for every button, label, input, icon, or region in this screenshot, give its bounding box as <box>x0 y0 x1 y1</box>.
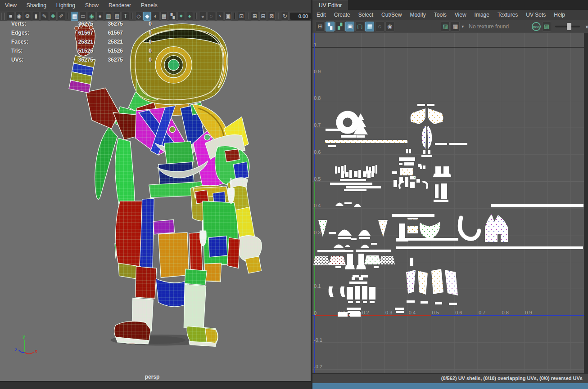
checkered-grid-icon[interactable]: ▦ <box>365 22 374 31</box>
grease-pencil-icon[interactable]: ✎ <box>41 12 48 21</box>
uv-shell[interactable] <box>410 182 415 188</box>
uv-shell[interactable] <box>491 204 583 207</box>
uv-shell[interactable] <box>392 171 397 174</box>
uv-shell[interactable] <box>363 301 367 303</box>
uv-shell[interactable] <box>449 303 457 305</box>
lighting-icon[interactable]: ✶ <box>177 12 185 21</box>
uv-shell[interactable] <box>354 171 357 177</box>
toolbar-grip[interactable] <box>1 13 5 20</box>
grid-toggle-icon[interactable]: ▦ <box>71 12 78 21</box>
perspective-viewport[interactable]: yzx Verts:36275362750Edges:61567615670Fa… <box>0 21 311 381</box>
uv-shell[interactable] <box>441 183 447 199</box>
shaded-sphere-icon[interactable]: ● <box>186 12 194 21</box>
uv-shell[interactable] <box>406 270 416 294</box>
shaded-cube-icon[interactable]: ◆ <box>143 12 151 21</box>
uv-shell[interactable] <box>317 250 353 252</box>
selected-display-icon[interactable]: ▣ <box>224 12 232 21</box>
uv-shell[interactable] <box>407 218 418 219</box>
uv-shell[interactable] <box>399 182 403 188</box>
uv-shell[interactable] <box>341 171 344 178</box>
uv-menu-cut-sew[interactable]: Cut/Sew <box>377 12 406 18</box>
slider-handle[interactable] <box>567 23 571 30</box>
rgb-channel-button[interactable]: RGB <box>532 22 541 31</box>
uv-shell[interactable] <box>325 140 407 143</box>
viewport-menu-shading[interactable]: Shading <box>22 2 51 9</box>
export-icon[interactable]: ⊠ <box>268 12 276 21</box>
uv-shell[interactable] <box>395 308 404 310</box>
image-dim-slider[interactable] <box>555 26 580 27</box>
uv-shell[interactable] <box>378 220 388 237</box>
uv-shell[interactable] <box>431 269 443 294</box>
uv-shell[interactable] <box>349 170 352 178</box>
uv-shell[interactable] <box>358 170 361 178</box>
border-thin-icon[interactable]: ▢ <box>355 22 364 31</box>
uv-shell[interactable] <box>370 301 375 303</box>
copy-icon[interactable]: ⊞ <box>251 12 258 21</box>
uv-shell[interactable] <box>400 168 413 175</box>
uv-shell[interactable] <box>396 238 458 241</box>
uv-shell[interactable] <box>344 189 366 191</box>
uv-shell[interactable] <box>329 232 336 234</box>
uv-shell[interactable] <box>435 302 442 304</box>
uv-canvas[interactable]: 10.90.80.70.60.50.40.30.20.10-0.1-0.20.1… <box>312 33 588 373</box>
checker-icon[interactable]: ▚ <box>169 12 176 21</box>
uv-menu-modify[interactable]: Modify <box>406 12 430 18</box>
film-gate-icon[interactable]: ▭ <box>79 12 87 21</box>
uv-tile-view-icon[interactable]: ⊞ <box>316 22 325 31</box>
uv-shell[interactable] <box>374 266 379 268</box>
viewport-menu-lighting[interactable]: Lighting <box>51 2 80 9</box>
camera-icon[interactable]: ■ <box>7 12 14 21</box>
uv-shell[interactable] <box>399 157 415 161</box>
uv-shell[interactable] <box>338 230 352 236</box>
uv-shell[interactable] <box>346 186 381 188</box>
uv-shell[interactable] <box>396 246 583 249</box>
uv-shell[interactable] <box>399 163 403 165</box>
uv-shell[interactable] <box>418 271 428 295</box>
uv-shell[interactable] <box>422 126 426 149</box>
uv-shell[interactable] <box>349 282 367 284</box>
uv-shell[interactable] <box>345 172 348 177</box>
uv-shell[interactable] <box>354 204 361 207</box>
image-display-icon[interactable]: ▨ <box>542 22 551 31</box>
uv-shell[interactable] <box>356 250 391 252</box>
uv-shell[interactable] <box>367 170 371 178</box>
viewport-menu-panels[interactable]: Panels <box>136 2 163 9</box>
field-chart-icon[interactable]: ▥ <box>105 12 113 21</box>
uv-shell[interactable] <box>345 265 355 269</box>
uv-shell[interactable] <box>421 301 428 304</box>
uv-shell[interactable] <box>347 287 353 300</box>
uv-shell[interactable] <box>423 165 425 169</box>
uv-shell[interactable] <box>460 218 479 239</box>
half-shade-sphere-icon[interactable]: ◐ <box>152 12 159 21</box>
uv-menu-select[interactable]: Select <box>354 12 377 18</box>
ao-icon[interactable]: ◌ <box>208 12 215 21</box>
uv-shell[interactable] <box>344 202 352 204</box>
uv-shell[interactable] <box>423 150 425 154</box>
uv-shell[interactable] <box>427 104 434 106</box>
uv-menu-uv-sets[interactable]: UV Sets <box>522 12 550 18</box>
uv-shell[interactable] <box>435 143 447 145</box>
camera-settings-icon[interactable]: ⚙ <box>24 12 32 21</box>
uv-shell[interactable] <box>428 150 430 154</box>
uv-shell[interactable] <box>421 155 432 157</box>
uv-shell[interactable] <box>407 300 415 303</box>
uv-shell[interactable] <box>410 176 416 179</box>
texture-image-icon[interactable]: ▨ <box>441 22 450 31</box>
uv-shell[interactable] <box>356 301 360 303</box>
uv-shell[interactable] <box>338 312 348 317</box>
uv-shell[interactable] <box>347 254 353 265</box>
uv-shell[interactable] <box>420 222 440 238</box>
uv-shell[interactable] <box>352 277 355 280</box>
uv-shell[interactable] <box>329 286 334 297</box>
uv-shell[interactable] <box>351 238 357 240</box>
resolution-gate-icon[interactable]: ◉ <box>88 12 95 21</box>
motion-blur-icon[interactable]: ◔ <box>216 12 224 21</box>
distortion-icon[interactable]: ◌ <box>375 22 384 31</box>
viewport-menu-view[interactable]: View <box>0 2 22 9</box>
uv-shell[interactable] <box>428 108 443 124</box>
wireframe-cube-icon[interactable]: ◇ <box>135 12 143 21</box>
uv-shell[interactable] <box>348 301 353 303</box>
uv-shell[interactable] <box>407 226 418 233</box>
uv-shell[interactable] <box>360 245 370 248</box>
texture-dropdown-caret[interactable]: ▾ <box>461 24 464 29</box>
